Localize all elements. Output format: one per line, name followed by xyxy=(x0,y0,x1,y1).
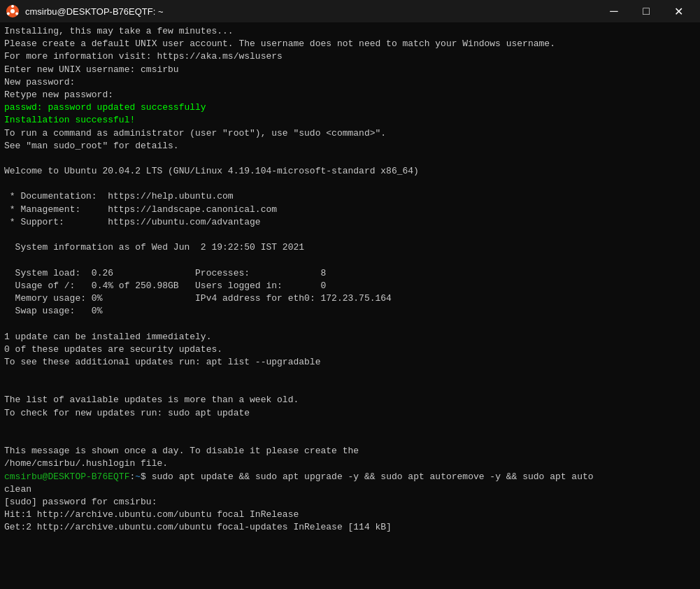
line-24 xyxy=(4,318,696,330)
line-31: To check for new updates run: sudo apt u… xyxy=(4,407,696,420)
line-2: Please create a default UNIX user accoun… xyxy=(4,38,696,50)
svg-point-2 xyxy=(11,5,14,8)
maximize-button[interactable]: □ xyxy=(630,0,662,22)
line-cmd-cont: clean xyxy=(4,483,696,496)
terminal-body[interactable]: Installing, this may take a few minutes.… xyxy=(0,22,700,589)
line-16: * Support: https://ubuntu.com/advantage xyxy=(4,216,696,229)
line-12: Welcome to Ubuntu 20.04.2 LTS (GNU/Linux… xyxy=(4,165,696,178)
line-get2: Get:2 http://archive.ubuntu.com/ubuntu f… xyxy=(4,521,696,534)
line-30: The list of available updates is more th… xyxy=(4,394,696,406)
prompt-user: cmsirbu@DESKTOP-B76EQTF xyxy=(4,471,129,482)
line-22: Memory usage: 0% IPv4 address for eth0: … xyxy=(4,292,696,305)
line-14: * Documentation: https://help.ubuntu.com xyxy=(4,190,696,203)
line-hit1: Hit:1 http://archive.ubuntu.com/ubuntu f… xyxy=(4,509,696,521)
line-5: New password: xyxy=(4,76,696,89)
line-25: 1 update can be installed immediately. xyxy=(4,331,696,343)
title-bar: cmsirbu@DESKTOP-B76EQTF: ~ ─ □ ✕ xyxy=(0,0,700,22)
line-26: 0 of these updates are security updates. xyxy=(4,343,696,356)
line-15: * Management: https://landscape.canonica… xyxy=(4,204,696,216)
line-3: For more information visit: https://aka.… xyxy=(4,50,696,63)
line-18: System information as of Wed Jun 2 19:22… xyxy=(4,241,696,254)
svg-point-3 xyxy=(15,13,18,15)
line-29 xyxy=(4,381,696,394)
svg-point-4 xyxy=(7,13,10,15)
prompt-command: sudo apt update && sudo apt upgrade -y &… xyxy=(146,471,594,482)
svg-point-1 xyxy=(10,9,15,13)
line-8: Installation successful! xyxy=(4,114,696,127)
title-bar-controls: ─ □ ✕ xyxy=(598,0,694,22)
line-7: passwd: password updated successfully xyxy=(4,101,696,114)
line-27: To see these additional updates run: apt… xyxy=(4,356,696,369)
line-28 xyxy=(4,369,696,381)
line-6: Retype new password: xyxy=(4,89,696,101)
line-23: Swap usage: 0% xyxy=(4,305,696,318)
line-10: See "man sudo_root" for details. xyxy=(4,140,696,152)
line-9: To run a command as administrator (user … xyxy=(4,127,696,140)
title-bar-title: cmsirbu@DESKTOP-B76EQTF: ~ xyxy=(25,6,598,17)
line-sudo-pw: [sudo] password for cmsirbu: xyxy=(4,496,696,509)
line-35: /home/cmsirbu/.hushlogin file. xyxy=(4,457,696,470)
line-17 xyxy=(4,229,696,241)
line-19 xyxy=(4,254,696,267)
prompt-path: ~ xyxy=(135,471,141,482)
line-34: This message is shown once a day. To dis… xyxy=(4,445,696,457)
prompt-dollar: $ xyxy=(141,471,146,482)
line-11 xyxy=(4,152,696,165)
line-33 xyxy=(4,432,696,445)
line-21: Usage of /: 0.4% of 250.98GB Users logge… xyxy=(4,280,696,292)
line-13 xyxy=(4,178,696,190)
line-4: Enter new UNIX username: cmsirbu xyxy=(4,64,696,76)
line-1: Installing, this may take a few minutes.… xyxy=(4,25,696,38)
close-button[interactable]: ✕ xyxy=(662,0,694,22)
minimize-button[interactable]: ─ xyxy=(598,0,630,22)
window: cmsirbu@DESKTOP-B76EQTF: ~ ─ □ ✕ Install… xyxy=(0,0,700,589)
line-32 xyxy=(4,420,696,432)
line-20: System load: 0.26 Processes: 8 xyxy=(4,267,696,280)
ubuntu-icon xyxy=(6,4,20,18)
line-prompt: cmsirbu@DESKTOP-B76EQTF:~$ sudo apt upda… xyxy=(4,471,696,483)
